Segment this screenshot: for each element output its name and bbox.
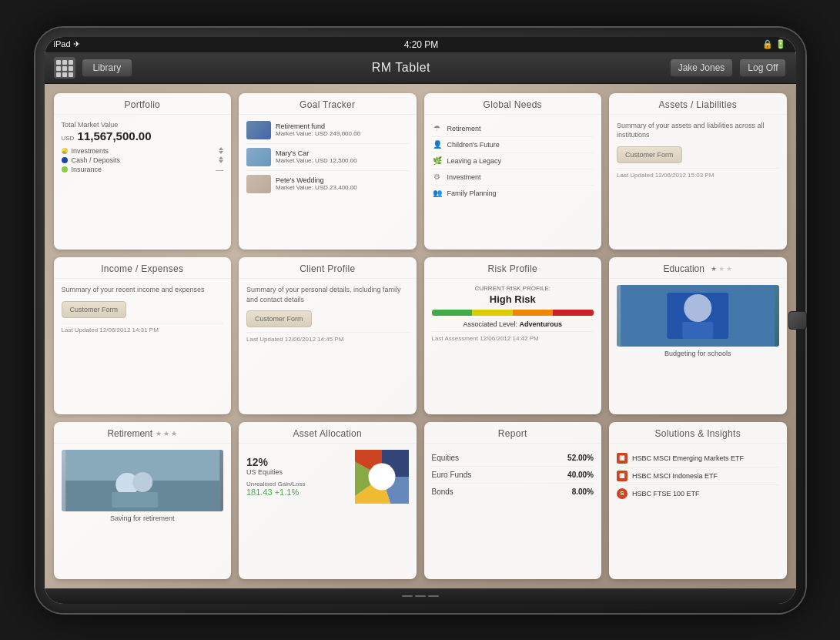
risk-assoc-prefix: Associated Level: bbox=[463, 320, 517, 328]
client-profile-body: Summary of your personal details, includ… bbox=[239, 279, 417, 414]
report-body: Equities 52.00% Euro Funds 40.00% Bonds … bbox=[424, 444, 602, 579]
risk-profile-header: Risk Profile bbox=[424, 257, 602, 279]
risk-bar bbox=[432, 310, 594, 316]
portfolio-item-cash: Cash / Deposits bbox=[62, 156, 224, 164]
alloc-gain-label: Unrealised Gain/Loss bbox=[246, 481, 350, 488]
svg-point-7 bbox=[132, 472, 152, 492]
assets-customer-form-button[interactable]: Customer Form bbox=[617, 146, 682, 163]
status-icons: 🔒 🔋 bbox=[762, 39, 786, 49]
client-customer-form-button[interactable]: Customer Form bbox=[246, 310, 312, 327]
income-expenses-body: Summary of your recent income and expens… bbox=[54, 279, 232, 414]
income-customer-form-button[interactable]: Customer Form bbox=[62, 301, 127, 318]
goal-item-car: Mary's Car Market Value: USD 12,500.00 bbox=[246, 148, 409, 171]
retirement-body: Saving for retirement bbox=[54, 444, 232, 579]
edu-star-2: ★ bbox=[718, 265, 725, 273]
tiles-grid: Portfolio Total Market Value USD 11,567,… bbox=[54, 93, 787, 579]
report-item-bonds: Bonds 8.00% bbox=[432, 484, 594, 500]
device-screen: iPad ✈ 4:20 PM 🔒 🔋 Library RM Tablet Jak… bbox=[45, 37, 796, 604]
risk-assoc: Associated Level: Adventurous bbox=[432, 320, 594, 328]
bottom-indicator bbox=[402, 595, 439, 597]
needs-item-children: 👤 Children's Future bbox=[432, 137, 594, 153]
portfolio-tile[interactable]: Portfolio Total Market Value USD 11,567,… bbox=[54, 93, 232, 250]
client-profile-tile[interactable]: Client Profile Summary of your personal … bbox=[239, 257, 417, 414]
investments-label: Investments bbox=[72, 147, 109, 155]
risk-assessment-prefix: Last Assessment bbox=[432, 335, 478, 342]
portfolio-body: Total Market Value USD 11,567,500.00 Inv… bbox=[54, 115, 232, 250]
client-profile-header: Client Profile bbox=[239, 257, 417, 279]
svg-rect-3 bbox=[682, 322, 713, 339]
retirement-header-row: Retirement ★ ★ ★ bbox=[54, 422, 232, 444]
asset-allocation-header: Asset Allocation bbox=[239, 422, 417, 444]
bottom-bar bbox=[45, 588, 796, 604]
investments-dot bbox=[62, 148, 68, 154]
assets-liabilities-body: Summary of your assets and liabilities a… bbox=[609, 115, 787, 250]
solutions-insights-tile[interactable]: Solutions & Insights ▦ HSBC MSCI Emergin… bbox=[609, 422, 787, 579]
user-button[interactable]: Jake Jones bbox=[670, 59, 734, 77]
family-icon: 👥 bbox=[432, 188, 443, 199]
needs-item-retirement: ☂ Retirement bbox=[432, 121, 594, 137]
cash-sort-up-icon bbox=[219, 156, 223, 159]
portfolio-item-insurance: Insurance — bbox=[62, 166, 224, 174]
indicator-line-1 bbox=[402, 595, 413, 597]
device-frame: iPad ✈ 4:20 PM 🔒 🔋 Library RM Tablet Jak… bbox=[35, 28, 805, 613]
goal-item-retirement: Retirement fund Market Value: USD 249,00… bbox=[246, 121, 409, 144]
report-tile[interactable]: Report Equities 52.00% Euro Funds 40.00%… bbox=[424, 422, 602, 579]
library-button[interactable]: Library bbox=[82, 59, 133, 77]
car-goal-value: Market Value: USD 12,500.00 bbox=[276, 157, 357, 164]
nav-bar: Library RM Tablet Jake Jones Log Off bbox=[45, 52, 796, 84]
indicator-line-2 bbox=[415, 595, 426, 597]
income-last-updated: Last Updated 12/06/2012 14:31 PM bbox=[62, 323, 224, 333]
retirement-goal-img bbox=[246, 121, 271, 139]
solutions-circle-icon-3: S bbox=[617, 488, 627, 499]
wedding-goal-value: Market Value: USD 23,400.00 bbox=[276, 184, 357, 191]
status-left: iPad ✈ bbox=[54, 39, 80, 49]
assets-last-updated: Last Updated 12/06/2012 15:03 PM bbox=[617, 168, 779, 179]
equities-name: Equities bbox=[432, 454, 460, 462]
retirement-goal-text: Retirement fund Market Value: USD 249,00… bbox=[276, 122, 360, 137]
alloc-layout: 12% US Equities Unrealised Gain/Loss 181… bbox=[246, 450, 409, 504]
portfolio-currency: USD bbox=[62, 135, 75, 142]
logoff-button[interactable]: Log Off bbox=[739, 59, 786, 77]
goal-tracker-body: Retirement fund Market Value: USD 249,00… bbox=[239, 115, 417, 250]
assets-last-updated-label: Last Updated bbox=[617, 172, 654, 179]
risk-seg-red bbox=[553, 310, 594, 316]
asset-allocation-tile[interactable]: Asset Allocation 12% US Equities Unreali… bbox=[239, 422, 417, 579]
eurofunds-value: 40.00% bbox=[567, 471, 594, 479]
assets-summary: Summary of your assets and liabilities a… bbox=[617, 121, 779, 140]
sort-up-icon bbox=[219, 147, 223, 150]
grid-button[interactable] bbox=[54, 57, 75, 79]
retirement-header: Retirement bbox=[107, 428, 152, 439]
needs-legacy-label: Leaving a Legacy bbox=[447, 157, 502, 165]
legacy-icon: 🌿 bbox=[432, 156, 443, 166]
investment-icon: ⚙ bbox=[432, 172, 443, 183]
needs-item-legacy: 🌿 Leaving a Legacy bbox=[432, 153, 594, 169]
investments-arrows bbox=[219, 147, 223, 154]
solutions-label-3: HSBC FTSE 100 ETF bbox=[632, 490, 700, 498]
income-last-updated-label: Last Updated bbox=[62, 327, 99, 333]
retirement-icon: ☂ bbox=[432, 123, 443, 134]
insurance-label: Insurance bbox=[72, 166, 102, 173]
edu-star-3: ★ bbox=[726, 265, 732, 273]
retirement-tile[interactable]: Retirement ★ ★ ★ bbox=[54, 422, 232, 579]
risk-profile-tile[interactable]: Risk Profile CURRENT RISK PROFILE: High … bbox=[424, 257, 602, 414]
risk-profile-body: CURRENT RISK PROFILE: High Risk Associat… bbox=[424, 279, 602, 414]
svg-rect-8 bbox=[112, 492, 158, 508]
education-tile[interactable]: Education ★ ★ ★ bbox=[609, 257, 787, 414]
risk-current-value: High Risk bbox=[432, 293, 594, 305]
risk-seg-orange bbox=[513, 310, 554, 316]
education-caption: Budgeting for schools bbox=[617, 350, 779, 357]
income-summary: Summary of your recent income and expens… bbox=[62, 285, 224, 295]
global-needs-tile[interactable]: Global Needs ☂ Retirement 👤 Children's F… bbox=[424, 93, 602, 250]
goal-tracker-tile[interactable]: Goal Tracker Retirement fund Market Valu… bbox=[239, 93, 417, 250]
client-last-updated-date: 12/06/2012 14:45 PM bbox=[285, 336, 344, 343]
retirement-caption: Saving for retirement bbox=[62, 514, 224, 522]
portfolio-amount: 11,567,500.00 bbox=[78, 129, 152, 142]
income-expenses-tile[interactable]: Income / Expenses Summary of your recent… bbox=[54, 257, 232, 414]
home-button[interactable] bbox=[788, 311, 807, 330]
assets-liabilities-tile[interactable]: Assets / Liabilities Summary of your ass… bbox=[609, 93, 787, 250]
assets-liabilities-header: Assets / Liabilities bbox=[609, 93, 787, 115]
client-last-updated: Last Updated 12/06/2012 14:45 PM bbox=[246, 332, 409, 343]
solutions-item-3: S HSBC FTSE 100 ETF bbox=[617, 485, 779, 502]
main-content: Portfolio Total Market Value USD 11,567,… bbox=[45, 84, 796, 588]
eurofunds-name: Euro Funds bbox=[432, 471, 472, 479]
